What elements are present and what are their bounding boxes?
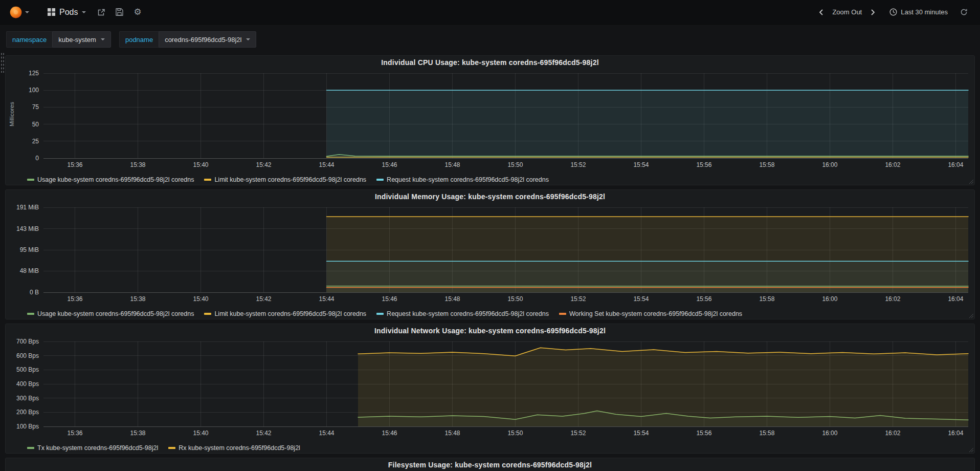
panel-title[interactable]: Individual Network Usage: kube-system co… <box>6 324 974 337</box>
svg-text:15:42: 15:42 <box>256 161 271 168</box>
svg-text:15:40: 15:40 <box>193 295 208 303</box>
legend-color-swatch <box>168 447 175 449</box>
time-forward-button[interactable] <box>865 5 881 20</box>
variable-value-dropdown[interactable]: kube-system <box>52 31 111 48</box>
share-button[interactable] <box>92 4 110 20</box>
svg-text:48 MiB: 48 MiB <box>20 267 39 274</box>
variable-value-dropdown[interactable]: coredns-695f96dcd5-98j2l <box>159 31 256 48</box>
time-picker-button[interactable]: Last 30 minutes <box>886 4 951 20</box>
grafana-logo-button[interactable] <box>4 3 34 22</box>
svg-text:16:00: 16:00 <box>822 430 837 437</box>
svg-text:16:00: 16:00 <box>822 295 837 303</box>
svg-text:15:54: 15:54 <box>633 295 649 303</box>
svg-text:16:02: 16:02 <box>885 430 900 437</box>
template-variables-row: namespace kube-system podname coredns-69… <box>0 25 980 48</box>
svg-text:15:52: 15:52 <box>570 161 586 168</box>
legend-color-swatch <box>559 313 566 315</box>
legend-color-swatch <box>376 179 384 181</box>
legend-item[interactable]: Tx kube-system coredns-695f96dcd5-98j2l <box>27 444 158 452</box>
legend-item[interactable]: Request kube-system coredns-695f96dcd5-9… <box>376 176 549 183</box>
svg-text:15:44: 15:44 <box>319 161 334 168</box>
time-back-button[interactable] <box>813 5 829 20</box>
svg-text:191 MiB: 191 MiB <box>16 204 39 211</box>
legend-item[interactable]: Rx kube-system coredns-695f96dcd5-98j2l <box>168 444 300 452</box>
memory-legend: Usage kube-system coredns-695f96dcd5-98j… <box>6 307 974 321</box>
chevron-left-icon <box>818 9 824 16</box>
save-button[interactable] <box>110 4 128 20</box>
legend-label: Limit kube-system coredns-695f96dcd5-98j… <box>214 176 366 183</box>
panel-title[interactable]: Individual Memory Usage: kube-system cor… <box>6 190 974 203</box>
svg-text:15:50: 15:50 <box>507 295 523 303</box>
variable-label: namespace <box>6 31 52 48</box>
legend-item[interactable]: Limit kube-system coredns-695f96dcd5-98j… <box>204 176 366 183</box>
panel-memory-usage: Individual Memory Usage: kube-system cor… <box>5 189 975 319</box>
svg-text:15:46: 15:46 <box>382 295 397 303</box>
svg-text:16:04: 16:04 <box>948 295 963 303</box>
variable-value-text: kube-system <box>58 36 96 44</box>
svg-text:25: 25 <box>32 138 39 145</box>
grafana-logo-icon <box>9 6 23 19</box>
gear-icon: ⚙ <box>133 8 141 16</box>
refresh-icon <box>960 8 968 16</box>
clock-icon <box>889 8 897 16</box>
panel-filesystem-usage: Filesystem Usage: kube-system coredns-69… <box>5 458 975 471</box>
panel-cpu-usage: Individual CPU Usage: kube-system coredn… <box>5 55 975 185</box>
legend-item[interactable]: Usage kube-system coredns-695f96dcd5-98j… <box>27 176 194 183</box>
svg-text:0: 0 <box>35 155 39 162</box>
variable-label: podname <box>119 31 159 48</box>
svg-text:16:04: 16:04 <box>948 430 963 437</box>
svg-text:15:40: 15:40 <box>193 161 208 168</box>
svg-text:15:52: 15:52 <box>570 430 586 437</box>
panel-network-usage: Individual Network Usage: kube-system co… <box>5 324 975 454</box>
svg-text:15:52: 15:52 <box>570 295 586 303</box>
legend-color-swatch <box>204 313 211 315</box>
variable-podname: podname coredns-695f96dcd5-98j2l <box>119 31 257 48</box>
legend-color-swatch <box>27 179 34 181</box>
refresh-button[interactable] <box>955 4 973 20</box>
svg-text:15:48: 15:48 <box>444 161 460 168</box>
svg-text:15:54: 15:54 <box>633 430 649 437</box>
svg-text:15:56: 15:56 <box>696 430 711 437</box>
legend-item[interactable]: Usage kube-system coredns-695f96dcd5-98j… <box>27 310 194 317</box>
network-usage-chart-plot[interactable]: 100 Bps200 Bps300 Bps400 Bps500 Bps600 B… <box>6 337 974 441</box>
zoom-out-button[interactable]: Zoom Out <box>829 4 865 20</box>
navbar: Pods ⚙ Zoom Out <box>0 0 980 25</box>
caret-down-icon <box>101 38 105 40</box>
svg-text:15:56: 15:56 <box>696 295 711 303</box>
legend-label: Usage kube-system coredns-695f96dcd5-98j… <box>37 176 194 183</box>
legend-label: Rx kube-system coredns-695f96dcd5-98j2l <box>179 444 300 452</box>
zoom-out-label: Zoom Out <box>832 8 862 16</box>
svg-text:16:04: 16:04 <box>948 161 963 168</box>
svg-text:15:38: 15:38 <box>130 430 145 437</box>
cpu-usage-chart-plot[interactable]: 025507510012515:3615:3815:4015:4215:4415… <box>6 69 974 173</box>
navbar-left: Pods ⚙ <box>4 3 147 22</box>
dashboard-picker-button[interactable]: Pods <box>41 4 92 21</box>
settings-button[interactable]: ⚙ <box>128 4 146 20</box>
legend-item[interactable]: Limit kube-system coredns-695f96dcd5-98j… <box>204 310 366 317</box>
svg-text:100 Bps: 100 Bps <box>16 423 39 430</box>
svg-text:15:58: 15:58 <box>759 430 774 437</box>
svg-text:15:56: 15:56 <box>696 161 711 168</box>
svg-text:0 B: 0 B <box>30 289 39 296</box>
svg-text:15:36: 15:36 <box>67 295 82 303</box>
svg-text:15:58: 15:58 <box>759 295 774 303</box>
panel-title[interactable]: Individual CPU Usage: kube-system coredn… <box>6 56 974 69</box>
cpu-legend: Usage kube-system coredns-695f96dcd5-98j… <box>6 173 974 187</box>
svg-text:15:50: 15:50 <box>507 430 523 437</box>
svg-text:16:02: 16:02 <box>885 295 900 303</box>
network-legend: Tx kube-system coredns-695f96dcd5-98j2lR… <box>6 441 974 455</box>
svg-text:15:48: 15:48 <box>444 430 460 437</box>
memory-usage-chart-plot[interactable]: 0 B48 MiB95 MiB143 MiB191 MiB15:3615:381… <box>6 203 974 307</box>
legend-item[interactable]: Request kube-system coredns-695f96dcd5-9… <box>376 310 549 317</box>
svg-text:125: 125 <box>29 70 39 77</box>
svg-text:15:50: 15:50 <box>507 161 523 168</box>
row-drag-handle[interactable] <box>1 52 5 73</box>
svg-text:15:42: 15:42 <box>256 430 271 437</box>
svg-text:15:58: 15:58 <box>759 161 774 168</box>
svg-text:15:36: 15:36 <box>67 161 82 168</box>
svg-text:15:46: 15:46 <box>382 161 397 168</box>
svg-text:400 Bps: 400 Bps <box>16 380 39 388</box>
panel-title[interactable]: Filesystem Usage: kube-system coredns-69… <box>6 458 974 471</box>
legend-item[interactable]: Working Set kube-system coredns-695f96dc… <box>559 310 742 317</box>
svg-text:15:40: 15:40 <box>193 430 208 437</box>
